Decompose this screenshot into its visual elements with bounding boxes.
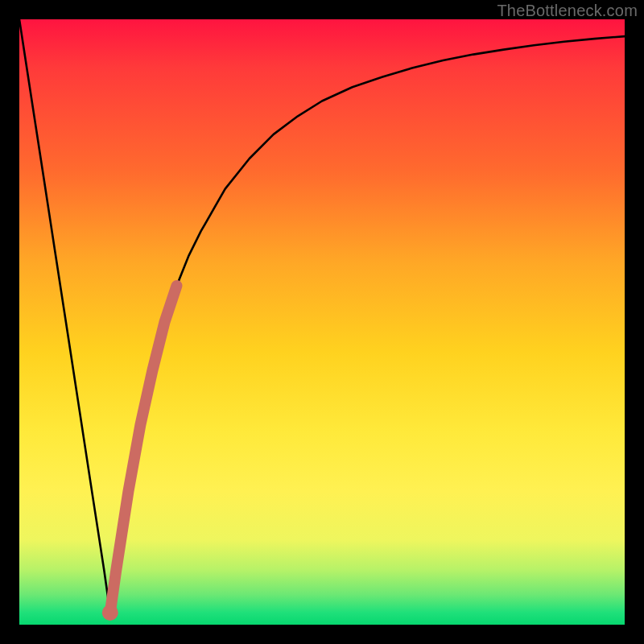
plot-area: [19, 19, 625, 625]
min-marker: [102, 605, 118, 621]
highlighted-segment: [110, 286, 177, 613]
chart-stage: TheBottleneck.com: [0, 0, 644, 644]
bottleneck-curve: [19, 19, 625, 613]
chart-svg: [19, 19, 625, 625]
watermark-text: TheBottleneck.com: [497, 2, 638, 20]
